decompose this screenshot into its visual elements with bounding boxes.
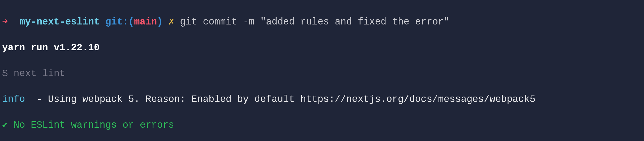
subcommand: next lint [14, 68, 65, 79]
dirty-mark-icon: ✗ [169, 16, 174, 27]
check-icon: ✔ [2, 120, 8, 131]
project-name: my-next-eslint [19, 16, 100, 27]
git-paren-close: ) [157, 16, 163, 27]
shell-command: git commit -m "added rules and fixed the… [180, 16, 449, 27]
eslint-success-text: No ESLint warnings or errors [8, 120, 174, 131]
prompt-arrow-icon: ➜ [2, 16, 8, 27]
prompt-line[interactable]: ➜ my-next-eslint git:(main) ✗ git commit… [2, 16, 642, 29]
info-label: info [2, 94, 25, 105]
git-paren-open: ( [128, 16, 134, 27]
terminal-output: ➜ my-next-eslint git:(main) ✗ git commit… [0, 0, 644, 141]
git-label: git: [105, 16, 128, 27]
git-branch: main [134, 16, 157, 27]
info-text: - Using webpack 5. Reason: Enabled by de… [25, 94, 535, 105]
subcommand-prefix: $ [2, 68, 14, 79]
yarn-run-line: yarn run v1.22.10 [2, 42, 100, 53]
